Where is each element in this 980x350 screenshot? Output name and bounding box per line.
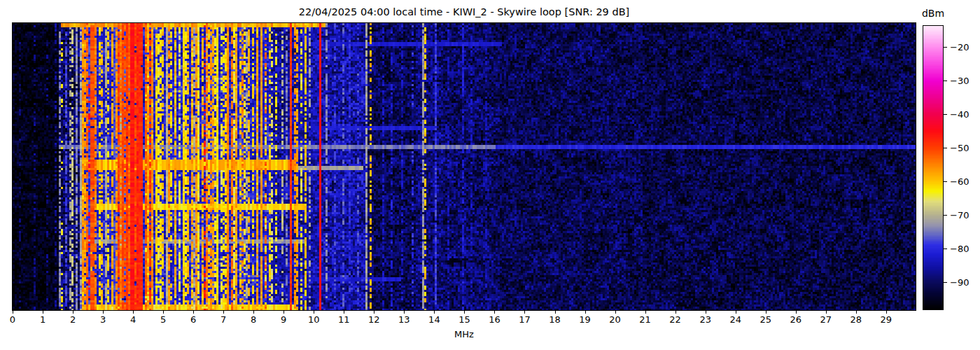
x-tick-mark xyxy=(284,311,284,314)
x-tick-mark xyxy=(826,311,827,314)
x-tick-label: 23 xyxy=(699,314,711,325)
x-tick-label: 0 xyxy=(10,314,15,325)
colorbar-label: dBm xyxy=(912,8,954,19)
x-tick-mark xyxy=(43,311,43,314)
x-tick-label: 28 xyxy=(850,314,862,325)
x-tick-label: 4 xyxy=(130,314,136,325)
x-tick-mark xyxy=(13,311,13,314)
x-tick-label: 12 xyxy=(368,314,380,325)
x-tick-mark xyxy=(73,311,74,314)
x-tick-mark xyxy=(314,311,314,314)
x-tick-label: 13 xyxy=(398,314,410,325)
colorbar-tick-mark xyxy=(944,47,947,48)
x-tick-mark xyxy=(163,311,164,314)
x-tick-label: 5 xyxy=(160,314,166,325)
x-tick-label: 21 xyxy=(639,314,651,325)
x-tick-label: 8 xyxy=(251,314,256,325)
x-tick-label: 29 xyxy=(881,314,892,325)
chart-title: 22/04/2025 04:00 local time - KIWI_2 - S… xyxy=(13,6,916,18)
x-tick-mark xyxy=(133,311,134,314)
x-tick-mark xyxy=(796,311,797,314)
x-tick-mark xyxy=(494,311,495,314)
x-tick-label: 2 xyxy=(70,314,76,325)
x-tick-label: 18 xyxy=(549,314,561,325)
x-tick-mark xyxy=(374,311,374,314)
x-axis-label: MHz xyxy=(13,329,916,340)
x-tick-mark xyxy=(886,311,887,314)
x-tick-mark xyxy=(524,311,525,314)
x-tick-mark xyxy=(253,311,254,314)
x-tick-mark xyxy=(464,311,465,314)
colorbar-tick-label: −60 xyxy=(950,176,969,187)
x-tick-label: 17 xyxy=(519,314,531,325)
colorbar-tick-label: −70 xyxy=(950,210,969,220)
colorbar-tick-mark xyxy=(944,282,947,283)
x-tick-mark xyxy=(676,311,676,314)
colorbar-tick-label: −40 xyxy=(950,109,969,120)
x-tick-mark xyxy=(645,311,646,314)
x-tick-mark xyxy=(706,311,706,314)
colorbar-tick-label: −90 xyxy=(950,277,969,288)
x-tick-mark xyxy=(344,311,344,314)
x-tick-label: 27 xyxy=(820,314,832,325)
x-tick-label: 25 xyxy=(760,314,771,325)
x-tick-mark xyxy=(615,311,616,314)
colorbar-tick-label: −50 xyxy=(950,143,969,153)
x-tick-label: 9 xyxy=(281,314,286,325)
colorbar-tick-mark xyxy=(944,215,947,216)
colorbar-tick-label: −20 xyxy=(950,42,969,52)
colorbar xyxy=(923,25,944,310)
x-tick-label: 14 xyxy=(428,314,440,325)
x-tick-label: 26 xyxy=(790,314,802,325)
x-tick-label: 6 xyxy=(190,314,196,325)
x-tick-label: 16 xyxy=(489,314,500,325)
x-tick-label: 15 xyxy=(458,314,470,325)
x-tick-mark xyxy=(585,311,586,314)
x-tick-label: 24 xyxy=(729,314,741,325)
x-tick-mark xyxy=(434,311,435,314)
colorbar-tick-mark xyxy=(944,181,947,182)
colorbar-tick-mark xyxy=(944,248,947,249)
x-tick-label: 10 xyxy=(308,314,320,325)
x-tick-mark xyxy=(404,311,405,314)
x-tick-label: 19 xyxy=(579,314,591,325)
x-tick-mark xyxy=(193,311,194,314)
spectrogram-figure: 22/04/2025 04:00 local time - KIWI_2 - S… xyxy=(0,0,980,350)
colorbar-tick-mark xyxy=(944,114,947,115)
x-tick-mark xyxy=(103,311,104,314)
waterfall-heatmap xyxy=(12,22,916,311)
x-tick-label: 22 xyxy=(669,314,681,325)
x-tick-label: 20 xyxy=(609,314,621,325)
colorbar-tick-label: −30 xyxy=(950,76,969,86)
colorbar-tick-mark xyxy=(944,148,947,148)
colorbar-tick-mark xyxy=(944,80,947,81)
x-tick-mark xyxy=(856,311,857,314)
x-tick-mark xyxy=(555,311,556,314)
x-tick-label: 7 xyxy=(220,314,226,325)
x-tick-mark xyxy=(766,311,766,314)
x-tick-mark xyxy=(736,311,736,314)
x-tick-label: 11 xyxy=(338,314,350,325)
x-tick-mark xyxy=(223,311,224,314)
x-tick-label: 3 xyxy=(100,314,106,325)
colorbar-tick-label: −80 xyxy=(950,244,969,254)
x-tick-label: 1 xyxy=(40,314,46,325)
